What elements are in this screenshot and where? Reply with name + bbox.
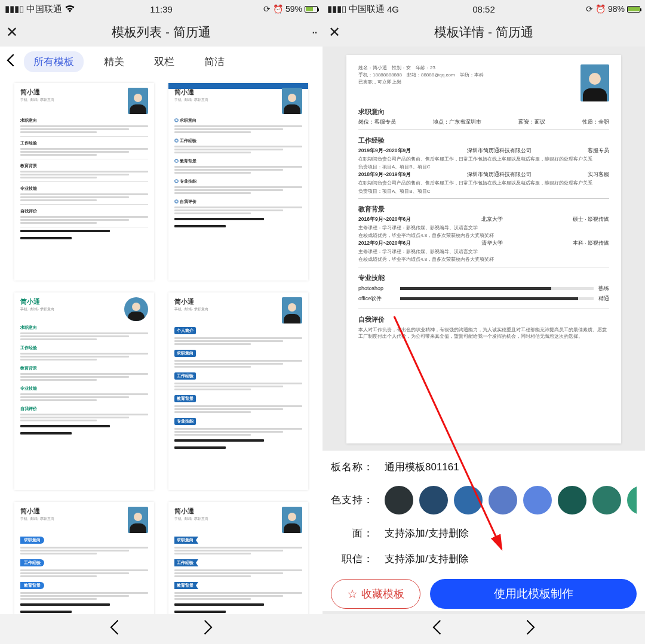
star-icon: ☆ [347,587,358,601]
meta-letter-value: 支持添加/支持删除 [385,552,637,566]
battery-percent: 59% [285,4,302,14]
page-title: 模板详情 - 简历通 [344,24,624,41]
battery-icon [627,6,640,13]
prev-icon[interactable] [431,619,442,639]
color-swatch[interactable] [419,486,448,514]
page-title: 模板列表 - 简历通 [22,24,301,41]
color-swatch[interactable] [558,486,586,514]
color-swatch[interactable] [627,486,637,514]
color-swatch[interactable] [592,486,621,514]
template-card[interactable]: 简小通手机 · 邮箱 · 求职意向个人简介求职意向工作经验教育背景专业技能 [168,292,308,490]
clock: 11:39 [109,4,214,14]
meta-color-label: 色支持： [331,493,374,507]
meta-letter-label: 职信： [331,552,374,566]
battery-percent: 98% [608,4,625,14]
template-card[interactable]: 简小通手机 · 邮箱 · 求职意向求职意向工作经验教育背景专业技能自我评价 [14,292,154,490]
avatar [580,64,609,101]
alarm-icon: ⏰ [595,4,606,14]
use-template-label: 使用此模板制作 [494,586,573,602]
tab-3[interactable]: 简洁 [195,51,234,72]
tab-2[interactable]: 双栏 [145,51,184,72]
next-icon[interactable] [203,619,214,639]
next-icon[interactable] [526,619,536,639]
title-bar: ✕ 模板详情 - 简历通 [322,18,645,47]
favorite-label: 收藏模板 [361,587,404,601]
color-swatches [385,486,637,514]
favorite-button[interactable]: ☆ 收藏模板 [331,579,420,609]
template-card[interactable]: 简小通手机 · 邮箱 · 求职意向求职意向工作经验教育背景专业技能自我评价 [168,83,308,281]
status-bar: ▮▮▮▯ 中国联通 4G 08:52 ⟳ ⏰ 98% [322,0,645,18]
close-icon[interactable]: ✕ [6,24,22,41]
template-card[interactable]: 简小通手机 · 邮箱 · 求职意向求职意向工作经验教育背景专业技能自我评价 [14,83,154,281]
network: 4G [387,4,399,14]
orientation-lock-icon: ⟳ [263,4,271,14]
template-card[interactable]: 简小通手机 · 邮箱 · 求职意向求职意向工作经验教育背景 [14,502,154,614]
prev-icon[interactable] [109,619,119,639]
pager [322,614,645,644]
carrier: 中国联通 [349,4,385,15]
clock: 08:52 [432,4,536,14]
wifi-icon [64,4,75,14]
template-meta: 板名称： 通用模板801161 色支持： 面： 支持添加/支持删除 职信： 支持… [322,451,645,574]
title-bar: ✕ 模板列表 - 简历通 ·· [0,18,322,47]
signal-icon: ▮▮▮▯ [327,4,346,14]
template-grid[interactable]: 简小通手机 · 邮箱 · 求职意向求职意向工作经验教育背景专业技能自我评价简小通… [0,78,322,614]
carrier: 中国联通 [26,4,62,15]
pager [0,614,322,644]
meta-name-value: 通用模板801161 [385,460,637,474]
close-icon[interactable]: ✕ [328,24,344,41]
color-swatch[interactable] [385,486,413,514]
meta-page-value: 支持添加/支持删除 [385,526,637,540]
battery-icon [305,6,318,13]
back-icon[interactable] [4,54,17,70]
color-swatch[interactable] [489,486,517,514]
signal-icon: ▮▮▮▯ [5,4,24,14]
phone-right: ▮▮▮▯ 中国联通 4G 08:52 ⟳ ⏰ 98% ✕ 模板详情 - 简历通 … [322,0,645,644]
phone-left: ▮▮▮▯ 中国联通 11:39 ⟳ ⏰ 59% ✕ 模板列表 - 简历通 ·· … [0,0,322,644]
tab-1[interactable]: 精美 [94,51,134,72]
meta-page-label: 面： [331,526,374,540]
meta-name-label: 板名称： [331,460,374,474]
orientation-lock-icon: ⟳ [586,4,593,14]
tab-0[interactable]: 所有模板 [24,51,84,72]
category-tabs: 所有模板精美双栏简洁 [0,47,322,78]
use-template-button[interactable]: 使用此模板制作 [430,579,637,609]
more-icon[interactable]: ·· [301,24,317,40]
template-preview[interactable]: 姓名：简小通 性别：女 年龄：23手机：18888888888 邮箱：88888… [322,47,645,451]
status-bar: ▮▮▮▯ 中国联通 11:39 ⟳ ⏰ 59% [0,0,322,18]
template-card[interactable]: 简小通手机 · 邮箱 · 求职意向求职意向工作经验教育背景 [168,502,308,614]
color-swatch[interactable] [454,486,483,514]
alarm-icon: ⏰ [273,4,283,14]
color-swatch[interactable] [523,486,552,514]
action-bar: ☆ 收藏模板 使用此模板制作 [322,574,645,611]
